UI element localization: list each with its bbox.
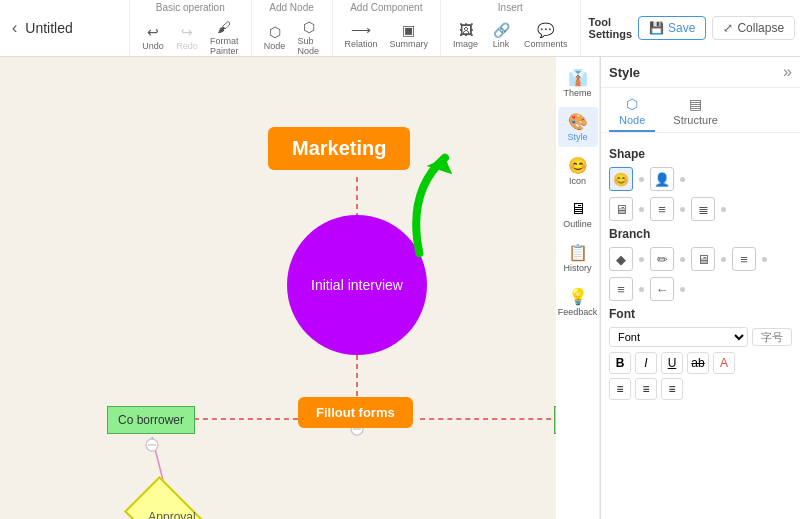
history-button[interactable]: 📋 History bbox=[558, 238, 598, 278]
title-area: ‹ Untitled bbox=[0, 0, 130, 56]
node-icon: ⬡ bbox=[269, 24, 281, 40]
icon-button[interactable]: 😊 Icon bbox=[558, 151, 598, 191]
icon-label: Icon bbox=[569, 176, 586, 186]
branch-row-1: ◆ ✏ 🖥 ≡ bbox=[609, 247, 792, 271]
branch-btn-2[interactable]: ✏ bbox=[650, 247, 674, 271]
initial-interview-node[interactable]: Initial interview bbox=[287, 215, 427, 355]
shape-person-button[interactable]: 👤 bbox=[650, 167, 674, 191]
fillout-forms-label: Fillout forms bbox=[316, 405, 395, 420]
style-icon: 🎨 bbox=[568, 112, 588, 131]
bor-node[interactable]: Bor bbox=[554, 406, 556, 434]
font-section-title: Font bbox=[609, 307, 792, 321]
approval-node[interactable] bbox=[124, 476, 216, 519]
align-buttons-row: ≡ ≡ ≡ bbox=[609, 378, 792, 400]
sub-node-icon: ⬡ bbox=[303, 19, 315, 35]
svg-point-3 bbox=[146, 439, 158, 451]
undo-label: Undo bbox=[142, 41, 164, 51]
add-node-label: Add Node bbox=[260, 2, 324, 15]
document-title: Untitled bbox=[25, 20, 72, 36]
branch-btn-4[interactable]: ≡ bbox=[732, 247, 756, 271]
align-center-button[interactable]: ≡ bbox=[635, 378, 657, 400]
branch-btn-3[interactable]: 🖥 bbox=[691, 247, 715, 271]
history-label: History bbox=[563, 263, 591, 273]
redo-button[interactable]: ↪ Redo bbox=[172, 22, 202, 53]
sub-node-button[interactable]: ⬡ Sub Node bbox=[294, 17, 324, 58]
underline-button[interactable]: U bbox=[661, 352, 683, 374]
tool-settings-area: Tool Settings 💾 Save ⤢ Collapse ↗ Share … bbox=[581, 0, 800, 56]
panel-header: Style » bbox=[601, 57, 800, 88]
fillout-forms-node[interactable]: Fillout forms bbox=[298, 397, 413, 428]
image-button[interactable]: 🖼 Image bbox=[449, 20, 482, 51]
dot-separator-4 bbox=[680, 207, 685, 212]
right-panel: Style » ⬡ Node ▤ Structure Shape 😊 👤 bbox=[600, 57, 800, 519]
back-button[interactable]: ‹ bbox=[12, 19, 17, 37]
redo-label: Redo bbox=[176, 41, 198, 51]
panel-collapse-button[interactable]: » bbox=[783, 63, 792, 81]
align-left-button[interactable]: ≡ bbox=[609, 378, 631, 400]
branch-btn-6[interactable]: ← bbox=[650, 277, 674, 301]
image-icon: 🖼 bbox=[459, 22, 473, 38]
theme-label: Theme bbox=[563, 88, 591, 98]
save-button[interactable]: 💾 Save bbox=[638, 16, 706, 40]
outline-label: Outline bbox=[563, 219, 592, 229]
strikethrough-button[interactable]: ab bbox=[687, 352, 709, 374]
bold-button[interactable]: B bbox=[609, 352, 631, 374]
style-label: Style bbox=[567, 132, 587, 142]
structure-tab[interactable]: ▤ Structure bbox=[663, 92, 728, 132]
summary-label: Summary bbox=[390, 39, 429, 49]
dot-sep-b4 bbox=[762, 257, 767, 262]
dot-separator-5 bbox=[721, 207, 726, 212]
outline-button[interactable]: 🖥 Outline bbox=[558, 195, 598, 234]
undo-button[interactable]: ↩ Undo bbox=[138, 22, 168, 53]
dot-separator-2 bbox=[680, 177, 685, 182]
shape-section-title: Shape bbox=[609, 147, 792, 161]
link-button[interactable]: 🔗 Link bbox=[486, 20, 516, 51]
co-borrower-node[interactable]: Co borrower bbox=[107, 406, 195, 434]
side-icons-panel: 👔 Theme 🎨 Style 😊 Icon 🖥 Outline 📋 Histo… bbox=[556, 57, 600, 519]
marketing-node[interactable]: Marketing bbox=[268, 127, 410, 170]
feedback-button[interactable]: 💡 Feedback bbox=[558, 282, 598, 322]
panel-title: Style bbox=[609, 65, 640, 80]
branch-row-2: ≡ ← bbox=[609, 277, 792, 301]
summary-button[interactable]: ▣ Summary bbox=[386, 20, 433, 51]
branch-section-title: Branch bbox=[609, 227, 792, 241]
branch-btn-1[interactable]: ◆ bbox=[609, 247, 633, 271]
icon-icon: 😊 bbox=[568, 156, 588, 175]
canvas-area[interactable]: Marketing Initial interview Fillout form… bbox=[0, 57, 556, 519]
style-button[interactable]: 🎨 Style bbox=[558, 107, 598, 147]
italic-button[interactable]: I bbox=[635, 352, 657, 374]
dot-separator-3 bbox=[639, 207, 644, 212]
color-button[interactable]: A bbox=[713, 352, 735, 374]
node-label: Node bbox=[264, 41, 286, 51]
outline-icon: 🖥 bbox=[570, 200, 586, 218]
dot-sep-b6 bbox=[680, 287, 685, 292]
collapse-button[interactable]: ⤢ Collapse bbox=[712, 16, 795, 40]
sub-node-label: Sub Node bbox=[298, 36, 320, 56]
node-button[interactable]: ⬡ Node bbox=[260, 22, 290, 53]
add-component-group: Add Component ⟶ Relation ▣ Summary bbox=[333, 0, 442, 56]
font-size-input[interactable] bbox=[752, 328, 792, 346]
theme-button[interactable]: 👔 Theme bbox=[558, 63, 598, 103]
font-select[interactable]: Font bbox=[609, 327, 748, 347]
feedback-icon: 💡 bbox=[568, 287, 588, 306]
link-icon: 🔗 bbox=[493, 22, 510, 38]
save-label: Save bbox=[668, 21, 695, 35]
link-label: Link bbox=[493, 39, 510, 49]
shape-smiley-button[interactable]: 😊 bbox=[609, 167, 633, 191]
dot-sep-b5 bbox=[639, 287, 644, 292]
shape-monitor-button[interactable]: 🖥 bbox=[609, 197, 633, 221]
insert-group: Insert 🖼 Image 🔗 Link 💬 Comments bbox=[441, 0, 581, 56]
dot-separator bbox=[639, 177, 644, 182]
shape-lines2-button[interactable]: ≣ bbox=[691, 197, 715, 221]
feedback-label: Feedback bbox=[558, 307, 598, 317]
format-painter-button[interactable]: 🖌 Format Painter bbox=[206, 17, 243, 58]
comments-button[interactable]: 💬 Comments bbox=[520, 20, 572, 51]
branch-btn-5[interactable]: ≡ bbox=[609, 277, 633, 301]
relation-icon: ⟶ bbox=[351, 22, 371, 38]
format-painter-icon: 🖌 bbox=[217, 19, 231, 35]
node-tab[interactable]: ⬡ Node bbox=[609, 92, 655, 132]
shape-lines-button[interactable]: ≡ bbox=[650, 197, 674, 221]
align-right-button[interactable]: ≡ bbox=[661, 378, 683, 400]
relation-button[interactable]: ⟶ Relation bbox=[341, 20, 382, 51]
basic-operation-label: Basic operation bbox=[138, 2, 243, 15]
